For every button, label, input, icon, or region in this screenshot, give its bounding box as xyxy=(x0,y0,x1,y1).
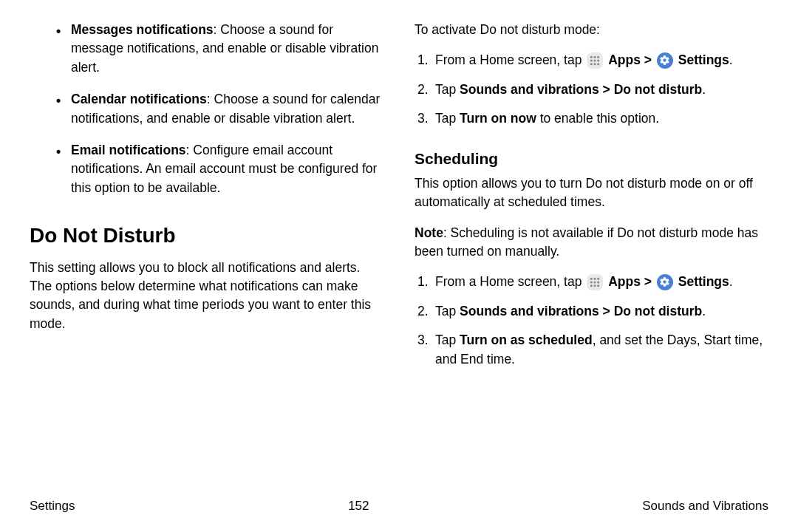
apps-label: Apps xyxy=(608,52,641,67)
step-text: . xyxy=(702,82,706,97)
svg-point-14 xyxy=(597,281,599,283)
svg-point-10 xyxy=(594,278,596,280)
svg-point-16 xyxy=(594,284,596,287)
activate-steps: From a Home screen, tap Apps > Settings.… xyxy=(415,51,768,128)
list-item: Messages notifications: Choose a sound f… xyxy=(71,21,383,77)
step-text: . xyxy=(702,304,706,318)
list-item: Tap Sounds and vibrations > Do not distu… xyxy=(415,81,768,99)
svg-point-8 xyxy=(597,63,599,65)
step-text: to enable this option. xyxy=(536,111,659,126)
svg-point-13 xyxy=(594,281,596,283)
svg-point-0 xyxy=(590,56,593,58)
svg-point-5 xyxy=(597,59,599,61)
step-text: Tap xyxy=(435,111,460,126)
right-column: To activate Do not disturb mode: From a … xyxy=(415,21,768,479)
notification-bullet-list: Messages notifications: Choose a sound f… xyxy=(30,21,383,197)
step-bold: Turn on as scheduled xyxy=(460,332,593,347)
footer-right: Sounds and Vibrations xyxy=(642,497,768,516)
gt-symbol: > xyxy=(641,274,655,289)
item-label: Calendar notifications xyxy=(71,92,207,106)
svg-point-6 xyxy=(590,63,593,65)
note-label: Note xyxy=(415,225,443,240)
svg-point-1 xyxy=(594,56,596,58)
step-text: Tap xyxy=(435,304,460,318)
scheduling-description: This option allows you to turn Do not di… xyxy=(415,174,768,212)
settings-icon xyxy=(657,274,673,290)
step-text: . xyxy=(729,52,733,67)
svg-point-4 xyxy=(594,59,596,61)
svg-point-11 xyxy=(597,278,599,280)
scheduling-note: Note: Scheduling is not available if Do … xyxy=(415,224,768,262)
apps-label: Apps xyxy=(608,274,641,289)
svg-point-7 xyxy=(594,63,596,65)
svg-point-12 xyxy=(590,281,593,283)
apps-icon xyxy=(587,274,603,290)
svg-point-2 xyxy=(597,56,599,58)
heading-scheduling: Scheduling xyxy=(415,148,768,170)
step-text: From a Home screen, tap xyxy=(435,52,585,67)
list-item: Calendar notifications: Choose a sound f… xyxy=(71,90,383,128)
note-text: : Scheduling is not available if Do not … xyxy=(415,225,758,259)
svg-point-17 xyxy=(597,284,599,287)
footer-left: Settings xyxy=(30,497,75,516)
activate-intro: To activate Do not disturb mode: xyxy=(415,21,768,39)
svg-point-15 xyxy=(590,284,593,287)
list-item: Tap Sounds and vibrations > Do not distu… xyxy=(415,302,768,321)
heading-do-not-disturb: Do Not Disturb xyxy=(30,221,383,251)
item-label: Messages notifications xyxy=(71,22,214,37)
settings-label: Settings xyxy=(678,274,729,289)
step-bold: Sounds and vibrations > Do not disturb xyxy=(460,82,702,97)
step-bold: Turn on now xyxy=(460,111,536,126)
settings-icon xyxy=(657,52,673,69)
item-label: Email notifications xyxy=(71,143,186,157)
dnd-description: This setting allows you to block all not… xyxy=(30,259,383,334)
list-item: Tap Turn on now to enable this option. xyxy=(415,109,768,128)
step-bold: Sounds and vibrations > Do not disturb xyxy=(460,304,702,318)
list-item: From a Home screen, tap Apps > Settings. xyxy=(415,51,768,69)
svg-point-9 xyxy=(590,278,593,280)
settings-label: Settings xyxy=(678,52,729,67)
apps-icon xyxy=(587,52,603,69)
gt-symbol: > xyxy=(641,52,655,67)
step-text: . xyxy=(729,274,733,289)
list-item: From a Home screen, tap Apps > Settings. xyxy=(415,273,768,291)
svg-point-3 xyxy=(590,59,593,61)
left-column: Messages notifications: Choose a sound f… xyxy=(30,21,383,479)
list-item: Tap Turn on as scheduled, and set the Da… xyxy=(415,331,768,369)
list-item: Email notifications: Configure email acc… xyxy=(71,141,383,197)
step-text: Tap xyxy=(435,332,460,347)
step-text: Tap xyxy=(435,82,460,97)
footer-page-number: 152 xyxy=(348,497,369,516)
step-text: From a Home screen, tap xyxy=(435,274,585,289)
scheduling-steps: From a Home screen, tap Apps > Settings.… xyxy=(415,273,768,369)
page-footer: Settings 152 Sounds and Vibrations xyxy=(30,497,768,516)
